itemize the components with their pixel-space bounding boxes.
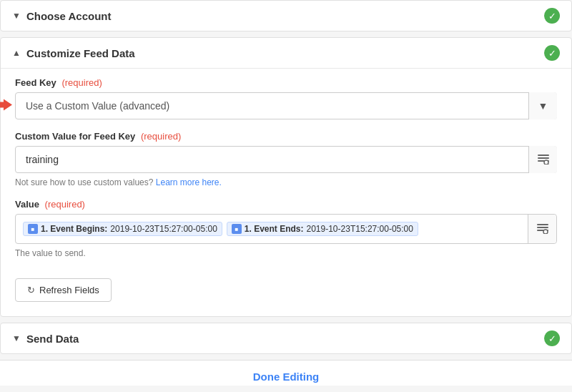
tag-begins-value: 2019-10-23T15:27:00-05:00 [110,224,217,234]
refresh-fields-button[interactable]: ↻ Refresh Fields [15,278,112,302]
feed-key-group: Feed Key (required) Use a Custom Value (… [15,77,557,119]
refresh-icon: ↻ [27,285,35,295]
customize-feed-header[interactable]: ▲ Customize Feed Data ✓ [1,38,571,68]
send-data-status-badge: ✓ [544,330,560,346]
value-required: (required) [45,199,85,210]
custom-value-input-wrapper [15,146,557,173]
customize-feed-header-left: ▲ Customize Feed Data [12,47,135,59]
custom-value-action-icon[interactable] [528,146,557,173]
value-group: Value (required) ■ 1. Event Begins: 2019… [15,199,557,258]
custom-value-label: Custom Value for Feed Key (required) [15,131,557,142]
send-data-header[interactable]: ▼ Send Data ✓ [1,323,571,353]
tag-ends-label: 1. Event Ends: [245,224,304,234]
customize-feed-title: Customize Feed Data [26,47,135,59]
value-field[interactable]: ■ 1. Event Begins: 2019-10-23T15:27:00-0… [15,214,557,244]
learn-more-link[interactable]: Learn more here. [156,177,222,187]
choose-account-header[interactable]: ▼ Choose Account ✓ [1,1,571,31]
tag-ends-value: 2019-10-23T15:27:00-05:00 [307,224,413,234]
feed-key-required: (required) [61,77,102,88]
footer: Done Editing [0,360,572,386]
tag-icon-begins: ■ [28,224,38,234]
customize-feed-body: Feed Key (required) Use a Custom Value (… [1,68,571,316]
choose-account-section: ▼ Choose Account ✓ [0,0,572,31]
svg-point-4 [544,160,548,165]
custom-value-group: Custom Value for Feed Key (required) Not… [15,131,557,187]
svg-rect-2 [538,157,549,159]
send-data-chevron-down-icon: ▼ [12,333,21,343]
choose-account-header-left: ▼ Choose Account [12,10,112,22]
value-field-action-icon[interactable] [528,215,556,243]
feed-key-label: Feed Key (required) [15,77,557,88]
custom-value-hint: Not sure how to use custom values? Learn… [15,177,557,187]
feed-key-select-wrapper: Use a Custom Value (advanced) ▼ [15,92,557,119]
send-data-section: ▼ Send Data ✓ [0,323,572,354]
chevron-up-icon: ▲ [12,48,21,58]
tag-icon-ends: ■ [232,224,242,234]
arrow-indicator [0,98,12,114]
svg-rect-6 [537,224,548,225]
feed-key-select[interactable]: Use a Custom Value (advanced) [15,92,557,119]
value-tag-event-ends: ■ 1. Event Ends: 2019-10-23T15:27:00-05:… [227,222,418,236]
send-data-header-left: ▼ Send Data [12,333,79,345]
value-label: Value (required) [15,199,557,210]
choose-account-status-badge: ✓ [544,8,560,24]
custom-value-required: (required) [141,131,181,142]
refresh-fields-label: Refresh Fields [39,285,99,295]
value-hint: The value to send. [15,248,557,258]
done-editing-link[interactable]: Done Editing [253,371,320,383]
chevron-down-icon: ▼ [12,11,21,21]
choose-account-title: Choose Account [26,10,112,22]
customize-feed-section: ▲ Customize Feed Data ✓ Feed Key (requir… [0,37,572,317]
value-tag-event-begins: ■ 1. Event Begins: 2019-10-23T15:27:00-0… [23,222,222,236]
svg-marker-0 [0,99,12,111]
customize-feed-status-badge: ✓ [544,45,560,61]
tag-begins-label: 1. Event Begins: [41,224,107,234]
send-data-title: Send Data [26,333,79,345]
svg-rect-1 [538,155,549,156]
feed-key-select-container: Use a Custom Value (advanced) ▼ [15,92,557,119]
custom-value-input[interactable] [15,146,557,173]
svg-line-5 [548,165,549,165]
svg-point-9 [543,230,548,234]
svg-rect-7 [537,227,548,228]
